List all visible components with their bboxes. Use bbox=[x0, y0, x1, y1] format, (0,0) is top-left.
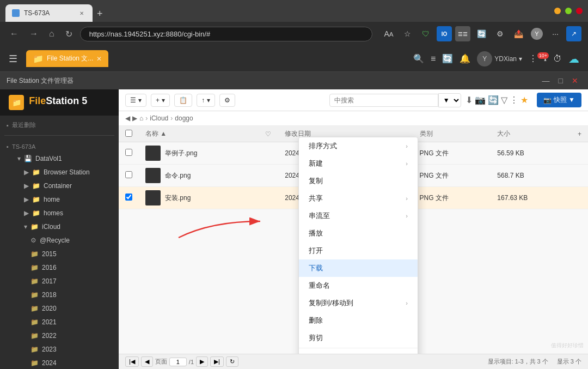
sidebar-item-home[interactable]: ▶ 📁 home bbox=[2, 193, 117, 206]
row3-heart-cell[interactable] bbox=[259, 187, 278, 209]
browser-tab[interactable]: TS-673A ✕ bbox=[5, 4, 93, 22]
nav-forward-button[interactable]: → bbox=[26, 27, 41, 41]
sidebar-item-homes[interactable]: ▶ 📁 homes bbox=[2, 207, 117, 220]
sidebar-item-browser-station[interactable]: ▶ 📁 Browser Station bbox=[2, 166, 117, 179]
user-profile-icon[interactable]: Y bbox=[529, 26, 544, 41]
sidebar-recent-deleted[interactable]: 最近删除 bbox=[0, 118, 119, 131]
sidebar-item-2023[interactable]: 📁 2023 bbox=[2, 343, 117, 356]
translate-icon[interactable]: AA bbox=[381, 26, 396, 41]
menu-item-copy[interactable]: 复制 bbox=[299, 172, 418, 190]
new-folder-button[interactable]: + ▾ bbox=[151, 94, 170, 107]
select-all-checkbox[interactable] bbox=[125, 130, 132, 137]
shield-icon[interactable]: 🛡 bbox=[418, 26, 433, 41]
menu-item-sort[interactable]: 排序方式 › bbox=[299, 137, 418, 155]
sidebar-item-2020[interactable]: 📁 2020 bbox=[2, 302, 117, 315]
more-tools-button[interactable]: ⚙ bbox=[219, 94, 235, 107]
sidebar-item-icloud[interactable]: ▾ 📁 iCloud bbox=[2, 220, 117, 233]
app-close-button[interactable]: ✕ bbox=[568, 75, 581, 86]
star-icon[interactable]: ★ bbox=[520, 95, 528, 105]
sync-icon[interactable]: 🔄 bbox=[442, 53, 453, 64]
nav-prev-icon[interactable]: ◀ bbox=[125, 114, 130, 122]
copy-button[interactable]: 📋 bbox=[174, 94, 192, 107]
address-input[interactable] bbox=[80, 27, 372, 41]
view-toggle-button[interactable]: ☰ ▾ bbox=[125, 94, 146, 107]
menu-item-stream[interactable]: 串流至 › bbox=[299, 207, 418, 225]
row2-heart-cell[interactable] bbox=[259, 165, 278, 187]
cloud-icon[interactable]: ☁ bbox=[568, 52, 579, 65]
last-page-button[interactable]: ▶| bbox=[210, 356, 224, 367]
menu-item-play[interactable]: 播放 bbox=[299, 225, 418, 242]
options-icon[interactable]: ⋮ bbox=[510, 95, 518, 105]
filter-icon[interactable]: ▽ bbox=[501, 95, 507, 105]
download-icon[interactable]: ⬇ bbox=[465, 95, 473, 105]
extension-icon-1[interactable]: IO bbox=[437, 26, 452, 41]
tab-close-button[interactable]: ✕ bbox=[77, 9, 86, 17]
search-toolbar-icon[interactable]: 🔍 bbox=[413, 53, 424, 64]
menu-item-rename[interactable]: 重命名 bbox=[299, 277, 418, 294]
share-icon[interactable]: 📤 bbox=[511, 26, 526, 41]
menu-item-image2pdf[interactable]: 使用 Image2PDF 打开 bbox=[299, 349, 418, 354]
quick-access-button[interactable]: 📷 快照 ▼ bbox=[537, 93, 581, 107]
speed-icon[interactable]: ⏱ bbox=[553, 54, 562, 64]
col-add[interactable]: + bbox=[571, 126, 588, 142]
row2-checkbox[interactable] bbox=[125, 171, 132, 178]
bookmark-icon[interactable]: ☆ bbox=[400, 26, 415, 41]
more-options-icon[interactable]: ··· bbox=[548, 26, 563, 41]
menu-item-cut[interactable]: 剪切 bbox=[299, 329, 418, 347]
sidebar-nas-header[interactable]: TS-673A bbox=[0, 140, 119, 152]
settings-icon[interactable]: ⚙ bbox=[492, 26, 507, 41]
sidebar-item-2018[interactable]: 📁 2018 bbox=[2, 288, 117, 301]
filestation-app-tab[interactable]: 📁 File Station 文... ✕ bbox=[26, 50, 108, 67]
search-input[interactable] bbox=[329, 94, 438, 107]
extension-blue-icon[interactable]: ↗ bbox=[566, 26, 581, 41]
menu-item-new[interactable]: 新建 › bbox=[299, 155, 418, 172]
app-minimize-button[interactable]: — bbox=[539, 75, 553, 86]
refresh-icon[interactable]: 🔄 bbox=[488, 95, 499, 105]
share-file-icon[interactable]: 📷 bbox=[475, 95, 486, 105]
dots-icon[interactable]: ⋮ bbox=[529, 53, 537, 64]
row1-checkbox[interactable] bbox=[125, 149, 132, 156]
page-number-input[interactable] bbox=[169, 358, 187, 366]
menu-item-move[interactable]: 复制到/移动到 › bbox=[299, 294, 418, 312]
filestation-tab-close[interactable]: ✕ bbox=[96, 55, 102, 63]
nav-back-button[interactable]: ← bbox=[7, 27, 22, 41]
hamburger-icon[interactable]: ☰ bbox=[9, 53, 17, 65]
sidebar-item-2022[interactable]: 📁 2022 bbox=[2, 329, 117, 342]
extension-icon-2[interactable]: ☰☰ bbox=[455, 26, 470, 41]
menu-item-open[interactable]: 打开 bbox=[299, 242, 418, 259]
browser-minimize-button[interactable] bbox=[554, 8, 561, 14]
bell-icon[interactable]: 🔔 bbox=[460, 53, 470, 64]
col-name[interactable]: 名称 ▲ bbox=[139, 126, 259, 142]
sidebar-item-2024[interactable]: 📁 2024 bbox=[2, 356, 117, 369]
refresh-bottom-button[interactable]: ↻ bbox=[226, 356, 238, 367]
notification-badge[interactable]: ℹ 10+ bbox=[544, 55, 547, 63]
browser-close-button[interactable] bbox=[576, 8, 583, 14]
nav-next-icon[interactable]: ▶ bbox=[132, 114, 137, 122]
menu-item-delete[interactable]: 删除 bbox=[299, 312, 418, 329]
sidebar-item-2021[interactable]: 📁 2021 bbox=[2, 316, 117, 329]
sidebar-item-container[interactable]: ▶ 📁 Container bbox=[2, 179, 117, 192]
menu-item-share[interactable]: 共享 › bbox=[299, 190, 418, 207]
sidebar-item-2017[interactable]: 📁 2017 bbox=[2, 275, 117, 288]
extension-icon-3[interactable]: 🔄 bbox=[474, 26, 489, 41]
col-type[interactable]: 类别 bbox=[413, 126, 491, 142]
search-type-select[interactable]: ▼ bbox=[438, 93, 461, 107]
row1-heart-cell[interactable] bbox=[259, 142, 278, 165]
nav-home-button[interactable]: ⌂ bbox=[46, 27, 58, 41]
prev-page-button[interactable]: ◀ bbox=[141, 356, 153, 367]
breadcrumb-doggo[interactable]: doggo bbox=[175, 114, 193, 122]
browser-maximize-button[interactable] bbox=[565, 8, 572, 14]
stream-icon[interactable]: ≡ bbox=[431, 54, 436, 64]
home-breadcrumb-icon[interactable]: ⌂ bbox=[139, 114, 143, 122]
user-badge[interactable]: Y YDXian ▾ bbox=[477, 51, 522, 66]
nav-refresh-button[interactable]: ↻ bbox=[62, 27, 76, 41]
first-page-button[interactable]: |◀ bbox=[125, 356, 139, 367]
col-size[interactable]: 大小 bbox=[491, 126, 571, 142]
breadcrumb-icloud[interactable]: iCloud bbox=[150, 114, 168, 122]
sidebar-item-datavol1[interactable]: ▾ 💾 DataVol1 bbox=[2, 152, 117, 165]
row3-checkbox[interactable] bbox=[125, 193, 132, 201]
new-tab-button[interactable]: + bbox=[93, 6, 107, 22]
sidebar-item-2015[interactable]: 📁 2015 bbox=[2, 247, 117, 261]
sidebar-item-recycle[interactable]: ⚙ @Recycle bbox=[2, 234, 117, 247]
menu-item-download[interactable]: 下载 bbox=[299, 259, 418, 277]
